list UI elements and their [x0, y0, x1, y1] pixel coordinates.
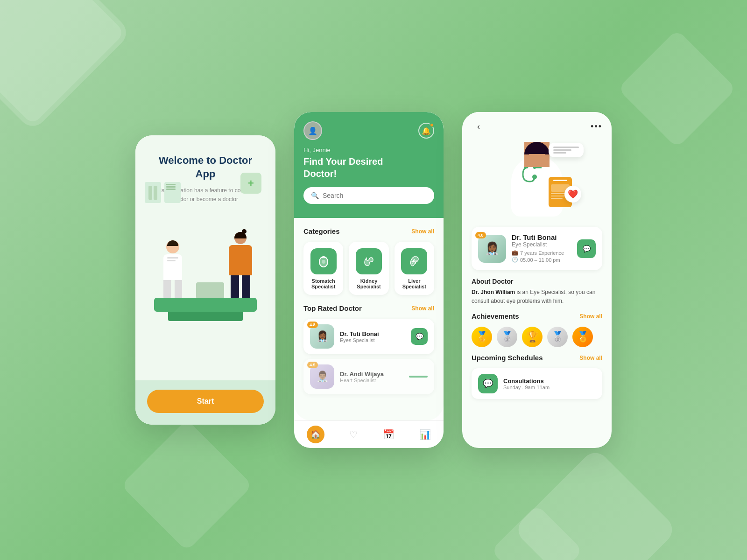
about-section: About Doctor Dr. Jhon William is an Eye … [472, 278, 602, 306]
user-avatar[interactable]: 👤 [303, 121, 322, 140]
doctor1-name: Dr. Tuti Bonai [340, 330, 405, 337]
briefcase-icon: 💼 [512, 250, 518, 256]
category-kidney[interactable]: Kidney Specialist [349, 242, 388, 295]
stomatch-label: Stomatch Specialist [308, 278, 338, 289]
favorites-icon: ♡ [349, 429, 358, 440]
welcome-screen: Welcome to Doctor App This application h… [135, 135, 275, 425]
achievements-show-all[interactable]: Show all [579, 313, 602, 320]
top-rated-header: Top Rated Doctor Show all [303, 304, 434, 312]
find-doctor-screen: 👤 🔔 Hi, Jennie Find Your DesiredDoctor! … [294, 112, 444, 448]
search-bar[interactable]: 🔍 [303, 187, 434, 204]
notification-dot [430, 123, 434, 127]
nav-calendar[interactable]: 📅 [383, 429, 395, 440]
badge-silver-trophy: 🥈 [547, 327, 568, 347]
schedules-header: Upcoming Schedules Show all [472, 354, 602, 362]
svg-point-1 [322, 260, 325, 264]
about-title: About Doctor [472, 278, 602, 285]
doctor-profile-screen: ‹ ••• [462, 112, 612, 448]
categories-show-all[interactable]: Show all [411, 228, 434, 235]
doctor-card-1[interactable]: 👩🏾‍⚕️ 4.8 Dr. Tuti Bonai Eyes Specialist… [303, 319, 434, 354]
hero-illustration: ❤️ [462, 137, 612, 221]
about-text: Dr. Jhon William is an Eye Specialist, s… [472, 288, 602, 306]
schedule-card[interactable]: 💬 Consultations Sunday . 9am-11am [472, 368, 602, 399]
desk-legs [168, 312, 243, 321]
nav-activity[interactable]: 📊 [419, 429, 431, 440]
background-file1 [145, 182, 161, 203]
detail-specialty: Eye Specialist [512, 241, 571, 248]
top-rated-show-all[interactable]: Show all [411, 305, 434, 312]
kidney-label: Kidney Specialist [353, 278, 384, 289]
hero-head [524, 142, 550, 167]
schedule-time: Sunday . 9am-11am [503, 385, 550, 390]
achievements-row: 🥇 🥈 🏆 🥈 🏅 [472, 327, 602, 347]
schedules-section: Upcoming Schedules Show all 💬 Consultati… [472, 354, 602, 399]
detail-name: Dr. Tuti Bonai [512, 233, 571, 241]
doctor1-avatar-wrap: 👩🏾‍⚕️ 4.8 [310, 324, 334, 349]
category-stomatch[interactable]: Stomatch Specialist [303, 242, 343, 295]
doctor2-info: Dr. Andi Wijaya Heart Specialist [340, 371, 403, 383]
schedules-show-all[interactable]: Show all [579, 355, 602, 361]
doctor2-status-bar [409, 376, 428, 378]
categories-title: Categories [303, 227, 340, 235]
welcome-illustration [154, 218, 257, 312]
activity-icon: 📊 [419, 429, 431, 440]
liver-icon-box [401, 248, 427, 274]
search-input[interactable] [323, 192, 427, 199]
categories-grid: Stomatch Specialist Kidney Specialist [303, 242, 434, 295]
calendar-icon: 📅 [383, 429, 395, 440]
detail-avatar-wrap: 👩🏾‍⚕️ 4.8 [478, 235, 506, 263]
doctor1-message-btn[interactable]: 💬 [411, 328, 428, 345]
doctor-detail-card[interactable]: 👩🏾‍⚕️ 4.8 Dr. Tuti Bonai Eye Specialist … [472, 227, 602, 270]
nav-favorites[interactable]: ♡ [349, 429, 358, 440]
screen2-body: Categories Show all Stomatch Specialist [294, 218, 444, 420]
heart-badge: ❤️ [564, 186, 581, 203]
doctor2-specialty: Heart Specialist [340, 378, 403, 383]
doctor2-avatar-wrap: 👨🏽‍⚕️ 4.5 [310, 364, 334, 389]
kidney-icon-box [356, 248, 382, 274]
detail-rating: 4.8 [475, 232, 486, 238]
about-doctor-name: Dr. Jhon William [472, 289, 515, 295]
start-button[interactable]: Start [147, 390, 264, 413]
screen3-body: 👩🏾‍⚕️ 4.8 Dr. Tuti Bonai Eye Specialist … [462, 221, 612, 448]
more-options-button[interactable]: ••• [591, 122, 602, 132]
detail-message-btn[interactable]: 💬 [577, 239, 596, 258]
svg-point-2 [532, 175, 537, 179]
clock-icon: 🕐 [512, 257, 518, 263]
tagline-text: Find Your DesiredDoctor! [303, 155, 434, 180]
badge-gold-medal: 🥇 [472, 327, 492, 347]
back-button[interactable]: ‹ [472, 119, 486, 133]
bottom-nav: 🏠 ♡ 📅 📊 [294, 420, 444, 448]
background-file2 [164, 182, 181, 203]
screen1-bottom: Start [135, 380, 275, 425]
badge-special-award: 🏅 [572, 327, 593, 347]
schedule-chat-icon: 💬 [478, 374, 498, 393]
header-top: 👤 🔔 [303, 121, 434, 140]
nav-home[interactable]: 🏠 [307, 426, 324, 443]
greeting-text: Hi, Jennie [303, 147, 434, 154]
schedule-info: Consultations Sunday . 9am-11am [503, 378, 550, 390]
stomatch-icon-box [310, 248, 337, 274]
schedules-title: Upcoming Schedules [472, 354, 543, 362]
top-rated-title: Top Rated Doctor [303, 304, 362, 312]
background-cross: + [240, 173, 261, 194]
screen2-header: 👤 🔔 Hi, Jennie Find Your DesiredDoctor! … [294, 112, 444, 218]
desk-laptop [196, 282, 224, 299]
search-icon: 🔍 [311, 192, 319, 199]
desk-surface [154, 298, 257, 312]
achievements-header: Achievements Show all [472, 312, 602, 320]
schedule-title: Consultations [503, 378, 550, 385]
home-icon: 🏠 [307, 426, 324, 443]
doctor-card-2[interactable]: 👨🏽‍⚕️ 4.5 Dr. Andi Wijaya Heart Speciali… [303, 359, 434, 394]
avatar-image: 👤 [304, 122, 321, 139]
achievements-section: Achievements Show all 🥇 🥈 🏆 🥈 🏅 [472, 312, 602, 347]
badge-silver-medal: 🥈 [497, 327, 517, 347]
speech-bubble [549, 143, 584, 157]
patient-figure [229, 232, 252, 299]
category-liver[interactable]: Liver Specialist [395, 242, 434, 295]
doctor2-rating: 4.5 [307, 362, 318, 368]
notification-bell[interactable]: 🔔 [418, 123, 434, 139]
detail-avatar: 👩🏾‍⚕️ [478, 235, 506, 263]
detail-hours: 🕐 05.00 – 11.00 pm [512, 257, 571, 263]
screen3-header: ‹ ••• [462, 112, 612, 137]
doctor1-rating: 4.8 [307, 322, 318, 328]
